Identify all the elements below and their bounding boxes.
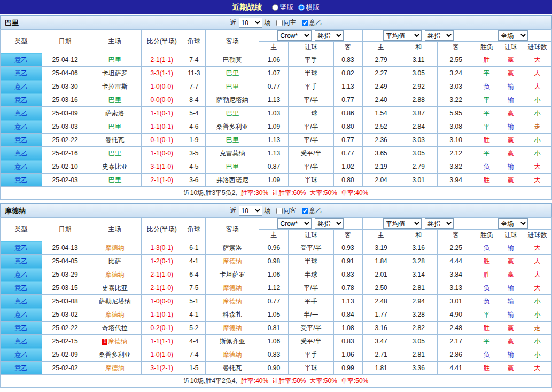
- result-wdl-cell: 负: [475, 160, 499, 174]
- date-cell: 25-04-05: [42, 255, 88, 268]
- score-cell: 1-1(0-1): [142, 120, 182, 134]
- score-cell: 1-0(1-0): [142, 348, 182, 362]
- home-team-name: 史泰比亚: [102, 284, 128, 292]
- avg-away-cell: 3.82: [437, 160, 475, 174]
- average-select[interactable]: 平均值: [383, 218, 422, 229]
- full-match-group-header: 全场: [475, 218, 551, 230]
- bookmaker-select[interactable]: Crow*: [277, 30, 312, 41]
- corners-cell: 1-5: [182, 362, 206, 375]
- result-wdl-cell: 负: [475, 241, 499, 255]
- avg-home-cell: 2.27: [362, 67, 400, 80]
- away-team-cell: 摩德纳: [206, 348, 259, 362]
- same-venue-checkbox[interactable]: [276, 20, 283, 26]
- home-team-cell: 萨勒尼塔纳: [88, 295, 142, 308]
- match-count-select[interactable]: 10: [239, 206, 262, 216]
- league-cell: 意乙: [1, 67, 42, 80]
- corners-cell: 8-4: [182, 93, 206, 107]
- result-goals-cell: 大: [523, 53, 551, 67]
- final-odds-select[interactable]: 终指: [315, 218, 344, 229]
- handicap-cell: 平手: [289, 53, 333, 67]
- odds-away-cell: 0.93: [333, 241, 362, 255]
- layout-option-vertical[interactable]: 竖版: [272, 3, 294, 12]
- avg-draw-cell: 3.05: [400, 67, 437, 80]
- same-venue-filter[interactable]: 同主: [273, 18, 297, 27]
- date-cell: 25-02-02: [42, 362, 88, 375]
- column-header: 比分(半场): [142, 218, 182, 241]
- final-odds-select[interactable]: 终指: [315, 30, 344, 41]
- score-cell: 3-1(1-0): [142, 160, 182, 174]
- match-count-select[interactable]: 10: [239, 18, 262, 28]
- avg-home-cell: 3.19: [362, 241, 400, 255]
- result-goals-cell: 大: [523, 281, 551, 295]
- league-checkbox[interactable]: [302, 208, 308, 214]
- result-goals-cell: 小: [523, 335, 551, 348]
- summary-stat: 单率:50%: [341, 377, 368, 385]
- column-header: 主场: [88, 218, 142, 241]
- bookmaker-select[interactable]: Crow*: [277, 218, 312, 229]
- average-select[interactable]: 平均值: [383, 30, 422, 41]
- filter-matches-label: 场: [265, 18, 271, 27]
- league-filter[interactable]: 意乙: [299, 206, 322, 215]
- final-odds-select-2[interactable]: 终指: [425, 30, 454, 41]
- corners-cell: 3-5: [182, 147, 206, 160]
- layout-radio-horizontal-input[interactable]: [298, 4, 305, 11]
- same-venue-checkbox[interactable]: [276, 208, 283, 214]
- result-handicap-cell: 输: [499, 308, 523, 322]
- away-team-cell: 卡坦萨罗: [206, 268, 259, 281]
- result-handicap-cell: 输: [499, 160, 523, 174]
- avg-away-cell: 5.95: [437, 107, 475, 120]
- result-handicap-cell: 赢: [499, 147, 523, 160]
- odds-home-cell: 0.83: [259, 348, 289, 362]
- layout-radio-horizontal-label: 横版: [306, 3, 320, 12]
- avg-draw-cell: 3.16: [400, 241, 437, 255]
- league-checkbox[interactable]: [302, 20, 308, 26]
- avg-home-cell: 2.49: [362, 80, 400, 93]
- away-team-name: 弗洛西诺尼: [216, 176, 248, 184]
- home-team-cell: 桑普多利亚: [88, 348, 142, 362]
- handicap-cell: 平/半: [289, 93, 333, 107]
- home-team-name: 巴里: [108, 176, 121, 184]
- home-team-cell: 史泰比亚: [88, 281, 142, 295]
- odds-home-cell: 1.13: [259, 93, 289, 107]
- league-filter[interactable]: 意乙: [299, 18, 322, 27]
- full-match-select[interactable]: 全场: [498, 218, 528, 229]
- avg-home-cell: 2.50: [362, 281, 400, 295]
- home-team-cell: 奇塔代拉: [88, 322, 142, 335]
- column-subheader: 主: [259, 230, 289, 241]
- summary-stat: 大率:50%: [310, 189, 337, 197]
- column-header: 类型: [1, 30, 42, 53]
- home-team-cell: 卡拉雷斯: [88, 80, 142, 93]
- home-team-name: 巴里: [108, 56, 121, 64]
- summary-stat: 让胜率:50%: [272, 377, 306, 385]
- league-cell: 意乙: [1, 93, 42, 107]
- league-cell: 意乙: [1, 160, 42, 174]
- result-goals-cell: 大: [523, 80, 551, 93]
- summary-stat: 单率:40%: [341, 189, 368, 197]
- odds-home-cell: 0.77: [259, 295, 289, 308]
- final-odds-select-2[interactable]: 终指: [425, 218, 454, 229]
- avg-draw-cell: 2.92: [400, 80, 437, 93]
- date-cell: 25-02-22: [42, 134, 88, 147]
- avg-draw-cell: 2.81: [400, 281, 437, 295]
- column-header: 客场: [206, 218, 259, 241]
- home-team-cell: 摩德纳: [88, 241, 142, 255]
- score-cell: 0-1(0-1): [142, 134, 182, 147]
- result-wdl-cell: 平: [475, 93, 499, 107]
- avg-draw-cell: 3.28: [400, 308, 437, 322]
- same-venue-filter[interactable]: 同客: [273, 206, 297, 215]
- match-row: 意乙25-04-12巴里2-1(1-1)7-4巴勒莫1.06平手0.832.79…: [1, 53, 552, 67]
- odds-away-cell: 1.06: [333, 348, 362, 362]
- full-match-select[interactable]: 全场: [498, 30, 528, 41]
- odds-home-cell: 0.87: [259, 160, 289, 174]
- date-cell: 25-02-09: [42, 348, 88, 362]
- odds-away-cell: 0.86: [333, 107, 362, 120]
- result-wdl-cell: 平: [475, 308, 499, 322]
- layout-radio-vertical-label: 竖版: [280, 3, 294, 12]
- score-cell: 1-0(0-0): [142, 80, 182, 93]
- home-team-cell: 摩德纳: [88, 308, 142, 322]
- column-header: 主场: [88, 30, 142, 53]
- layout-radio-vertical-input[interactable]: [272, 4, 278, 11]
- column-subheader: 让球: [499, 42, 523, 53]
- result-handicap-cell: 赢: [499, 134, 523, 147]
- layout-option-horizontal[interactable]: 横版: [298, 3, 320, 12]
